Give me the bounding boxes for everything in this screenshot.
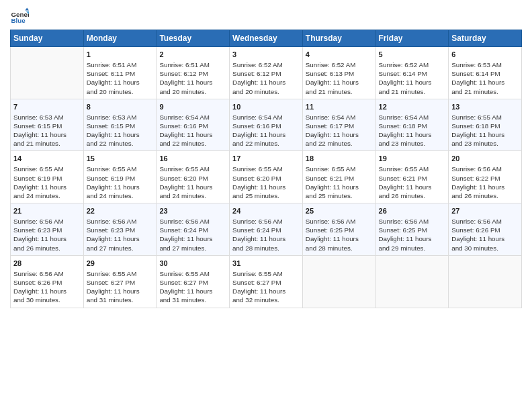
day-number: 6 (451, 50, 519, 60)
calendar-cell: 8Sunrise: 6:53 AM Sunset: 6:15 PM Daylig… (83, 99, 157, 151)
calendar-cell: 9Sunrise: 6:54 AM Sunset: 6:16 PM Daylig… (157, 99, 230, 151)
weekday-header: Sunday (11, 30, 84, 47)
day-info: Sunrise: 6:52 AM Sunset: 6:12 PM Dayligh… (232, 60, 300, 96)
day-info: Sunrise: 6:56 AM Sunset: 6:23 PM Dayligh… (13, 217, 81, 253)
calendar-cell (375, 255, 449, 308)
calendar-cell: 17Sunrise: 6:55 AM Sunset: 6:20 PM Dayli… (230, 151, 303, 203)
calendar-cell: 16Sunrise: 6:55 AM Sunset: 6:20 PM Dayli… (157, 151, 230, 203)
day-info: Sunrise: 6:52 AM Sunset: 6:13 PM Dayligh… (306, 60, 373, 96)
day-number: 16 (159, 154, 226, 164)
day-info: Sunrise: 6:52 AM Sunset: 6:14 PM Dayligh… (379, 60, 446, 96)
day-number: 26 (379, 206, 446, 216)
calendar-cell: 12Sunrise: 6:54 AM Sunset: 6:18 PM Dayli… (375, 99, 449, 151)
calendar-cell: 26Sunrise: 6:56 AM Sunset: 6:25 PM Dayli… (375, 203, 449, 256)
calendar-cell: 3Sunrise: 6:52 AM Sunset: 6:12 PM Daylig… (230, 47, 303, 99)
day-info: Sunrise: 6:55 AM Sunset: 6:20 PM Dayligh… (232, 165, 300, 200)
calendar-cell (11, 47, 84, 99)
day-info: Sunrise: 6:54 AM Sunset: 6:16 PM Dayligh… (232, 113, 300, 148)
day-number: 13 (451, 102, 519, 112)
day-number: 7 (13, 102, 81, 112)
calendar-cell: 13Sunrise: 6:55 AM Sunset: 6:18 PM Dayli… (449, 99, 522, 151)
calendar-cell: 24Sunrise: 6:56 AM Sunset: 6:24 PM Dayli… (230, 203, 303, 256)
calendar-cell: 27Sunrise: 6:56 AM Sunset: 6:26 PM Dayli… (449, 203, 522, 256)
calendar-cell: 7Sunrise: 6:53 AM Sunset: 6:15 PM Daylig… (11, 99, 84, 151)
day-info: Sunrise: 6:55 AM Sunset: 6:21 PM Dayligh… (306, 165, 373, 200)
day-number: 25 (306, 206, 373, 216)
day-number: 8 (87, 102, 154, 112)
day-number: 2 (159, 50, 226, 60)
day-info: Sunrise: 6:55 AM Sunset: 6:18 PM Dayligh… (451, 113, 519, 148)
weekday-header: Thursday (302, 30, 375, 47)
day-number: 24 (232, 206, 300, 216)
logo: General Blue (10, 7, 15, 26)
day-number: 1 (87, 50, 154, 60)
calendar-cell: 5Sunrise: 6:52 AM Sunset: 6:14 PM Daylig… (375, 47, 449, 99)
day-info: Sunrise: 6:56 AM Sunset: 6:25 PM Dayligh… (379, 217, 446, 253)
day-info: Sunrise: 6:55 AM Sunset: 6:20 PM Dayligh… (159, 165, 226, 200)
calendar-cell: 25Sunrise: 6:56 AM Sunset: 6:25 PM Dayli… (302, 203, 375, 256)
calendar-cell: 22Sunrise: 6:56 AM Sunset: 6:23 PM Dayli… (83, 203, 157, 256)
weekday-header: Tuesday (157, 30, 230, 47)
calendar-cell: 14Sunrise: 6:55 AM Sunset: 6:19 PM Dayli… (11, 151, 84, 203)
day-number: 30 (159, 259, 226, 269)
day-info: Sunrise: 6:56 AM Sunset: 6:24 PM Dayligh… (232, 217, 300, 253)
day-info: Sunrise: 6:55 AM Sunset: 6:27 PM Dayligh… (87, 269, 154, 305)
day-number: 14 (13, 154, 81, 164)
day-number: 29 (87, 259, 154, 269)
calendar-cell: 11Sunrise: 6:54 AM Sunset: 6:17 PM Dayli… (302, 99, 375, 151)
day-number: 20 (451, 154, 519, 164)
day-number: 11 (306, 102, 373, 112)
weekday-header: Friday (375, 30, 449, 47)
day-info: Sunrise: 6:56 AM Sunset: 6:22 PM Dayligh… (451, 165, 519, 200)
header: General Blue (10, 7, 522, 26)
weekday-header: Wednesday (230, 30, 303, 47)
day-info: Sunrise: 6:53 AM Sunset: 6:15 PM Dayligh… (87, 113, 154, 148)
day-info: Sunrise: 6:54 AM Sunset: 6:18 PM Dayligh… (379, 113, 446, 148)
weekday-header: Monday (83, 30, 157, 47)
calendar-cell: 21Sunrise: 6:56 AM Sunset: 6:23 PM Dayli… (11, 203, 84, 256)
day-number: 3 (232, 50, 300, 60)
calendar-cell: 31Sunrise: 6:55 AM Sunset: 6:27 PM Dayli… (230, 255, 303, 308)
day-info: Sunrise: 6:54 AM Sunset: 6:17 PM Dayligh… (306, 113, 373, 148)
day-info: Sunrise: 6:51 AM Sunset: 6:11 PM Dayligh… (87, 60, 154, 96)
day-info: Sunrise: 6:51 AM Sunset: 6:12 PM Dayligh… (159, 60, 226, 96)
calendar-cell: 30Sunrise: 6:55 AM Sunset: 6:27 PM Dayli… (157, 255, 230, 308)
calendar-cell: 1Sunrise: 6:51 AM Sunset: 6:11 PM Daylig… (83, 47, 157, 99)
day-info: Sunrise: 6:53 AM Sunset: 6:14 PM Dayligh… (451, 60, 519, 96)
day-number: 15 (87, 154, 154, 164)
calendar-cell (302, 255, 375, 308)
calendar-cell: 18Sunrise: 6:55 AM Sunset: 6:21 PM Dayli… (302, 151, 375, 203)
day-info: Sunrise: 6:55 AM Sunset: 6:19 PM Dayligh… (87, 165, 154, 200)
calendar-cell: 15Sunrise: 6:55 AM Sunset: 6:19 PM Dayli… (83, 151, 157, 203)
day-info: Sunrise: 6:54 AM Sunset: 6:16 PM Dayligh… (159, 113, 226, 148)
day-info: Sunrise: 6:55 AM Sunset: 6:21 PM Dayligh… (379, 165, 446, 200)
page-container: General Blue SundayMondayTuesdayWednesda… (0, 0, 532, 315)
calendar-cell: 4Sunrise: 6:52 AM Sunset: 6:13 PM Daylig… (302, 47, 375, 99)
day-info: Sunrise: 6:56 AM Sunset: 6:23 PM Dayligh… (87, 217, 154, 253)
day-info: Sunrise: 6:55 AM Sunset: 6:27 PM Dayligh… (159, 269, 226, 305)
day-number: 17 (232, 154, 300, 164)
day-number: 9 (159, 102, 226, 112)
day-info: Sunrise: 6:56 AM Sunset: 6:26 PM Dayligh… (13, 269, 81, 305)
day-info: Sunrise: 6:56 AM Sunset: 6:24 PM Dayligh… (159, 217, 226, 253)
day-info: Sunrise: 6:55 AM Sunset: 6:19 PM Dayligh… (13, 165, 81, 200)
calendar-cell: 20Sunrise: 6:56 AM Sunset: 6:22 PM Dayli… (449, 151, 522, 203)
day-number: 27 (451, 206, 519, 216)
calendar-cell: 2Sunrise: 6:51 AM Sunset: 6:12 PM Daylig… (157, 47, 230, 99)
calendar-table: SundayMondayTuesdayWednesdayThursdayFrid… (10, 30, 522, 308)
day-number: 19 (379, 154, 446, 164)
svg-text:Blue: Blue (11, 17, 26, 24)
calendar-cell: 19Sunrise: 6:55 AM Sunset: 6:21 PM Dayli… (375, 151, 449, 203)
day-number: 31 (232, 259, 300, 269)
day-number: 4 (306, 50, 373, 60)
day-info: Sunrise: 6:55 AM Sunset: 6:27 PM Dayligh… (232, 269, 300, 305)
day-info: Sunrise: 6:53 AM Sunset: 6:15 PM Dayligh… (13, 113, 81, 148)
day-info: Sunrise: 6:56 AM Sunset: 6:26 PM Dayligh… (451, 217, 519, 253)
day-number: 5 (379, 50, 446, 60)
calendar-cell (449, 255, 522, 308)
calendar-cell: 6Sunrise: 6:53 AM Sunset: 6:14 PM Daylig… (449, 47, 522, 99)
day-info: Sunrise: 6:56 AM Sunset: 6:25 PM Dayligh… (306, 217, 373, 253)
day-number: 22 (87, 206, 154, 216)
weekday-header: Saturday (449, 30, 522, 47)
day-number: 28 (13, 259, 81, 269)
